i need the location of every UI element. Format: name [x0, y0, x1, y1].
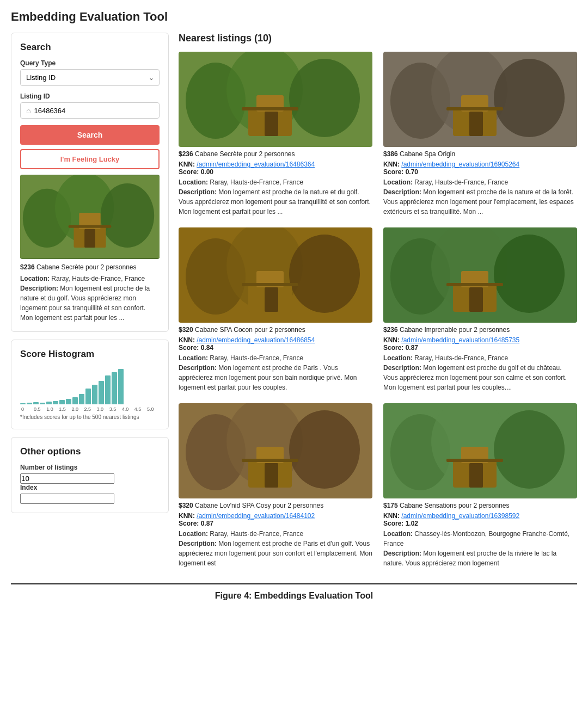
svg-point-11	[289, 59, 360, 137]
svg-point-35	[494, 235, 565, 313]
histogram-bar	[105, 375, 111, 404]
other-options-heading: Other options	[20, 446, 160, 457]
histogram-bar	[112, 372, 117, 404]
listing-card: $320 Cabane Lov'nid SPA Cosy pour 2 pers…	[179, 403, 372, 568]
query-type-label: Query Type	[20, 59, 160, 67]
listing-price: $386	[383, 150, 398, 158]
listing-id-label: Listing ID	[20, 93, 160, 100]
home-icon: ⌂	[26, 106, 30, 115]
score-line: Score: 0.87	[383, 344, 577, 352]
listing-title: Cabane Imprenable pour 2 personnes	[400, 326, 510, 334]
axis-label: 5.0	[147, 406, 160, 412]
listing-desc: Location: Raray, Hauts-de-France, France…	[179, 529, 372, 568]
svg-rect-14	[242, 107, 298, 110]
listing-price-title: $175 Cabane Sensations pour 2 personnes	[383, 502, 577, 509]
knn-link[interactable]: /admin/embedding_evaluation/16905264	[401, 161, 519, 168]
axis-label: 0	[21, 406, 34, 412]
lucky-button[interactable]: I'm Feeling Lucky	[20, 149, 160, 169]
histogram-bars	[20, 366, 160, 404]
axis-label: 4.0	[122, 406, 134, 412]
histogram-bar	[33, 402, 39, 404]
listing-price-title: $320 Cabane Lov'nid SPA Cosy pour 2 pers…	[179, 502, 372, 509]
svg-rect-38	[446, 283, 503, 286]
score-line: Score: 0.87	[179, 520, 372, 527]
index-label: Index	[20, 484, 160, 491]
listing-price: $320	[179, 326, 193, 334]
listing-id-input[interactable]	[34, 107, 154, 115]
svg-rect-55	[469, 463, 483, 488]
figure-caption: Figure 4: Embeddings Evaluation Tool	[11, 583, 577, 601]
svg-rect-30	[242, 283, 298, 286]
listing-card: $386 Cabane Spa Origin KNN: /admin/embed…	[383, 52, 577, 217]
preview-price-title: $236 Cabane Secrète pour 2 personnes	[20, 263, 160, 271]
svg-rect-31	[265, 287, 278, 312]
histogram-bar	[118, 369, 124, 404]
knn-link[interactable]: /admin/embedding_evaluation/16484102	[197, 512, 315, 520]
right-panel: Nearest listings (10) $236 Cabane Secrèt…	[179, 33, 577, 568]
other-options-panel: Other options Number of listings Index	[11, 437, 169, 513]
svg-rect-23	[469, 112, 483, 136]
axis-label: 2.0	[71, 406, 84, 412]
listing-title: Cabane Lov'nid SPA Cosy pour 2 personnes	[195, 502, 323, 509]
listing-desc: Location: Raray, Hauts-de-France, France…	[179, 353, 372, 392]
listing-price: $236	[383, 326, 398, 334]
knn-link[interactable]: /admin/embedding_evaluation/16486854	[197, 336, 315, 344]
svg-rect-6	[69, 225, 112, 228]
svg-rect-54	[446, 459, 503, 462]
knn-link[interactable]: /admin/embedding_evaluation/16398592	[401, 512, 519, 520]
listing-title: Cabane Spa Origin	[400, 150, 455, 158]
svg-point-19	[494, 59, 565, 137]
histogram-container: 00.51.01.52.02.53.03.54.04.55.0 *Include…	[20, 366, 160, 420]
listing-title: Cabane Sensations pour 2 personnes	[400, 502, 509, 509]
preview-image	[20, 175, 160, 259]
left-panel: Search Query Type Listing IDText Query ⌄…	[11, 33, 169, 513]
listing-image	[383, 403, 577, 498]
histogram-bar	[79, 394, 84, 404]
listing-image	[383, 52, 577, 147]
svg-rect-22	[446, 107, 503, 110]
query-type-wrapper[interactable]: Listing IDText Query ⌄	[20, 69, 160, 86]
knn-line: KNN: /admin/embedding_evaluation/1690526…	[383, 160, 577, 168]
axis-label: 0.5	[34, 406, 46, 412]
histogram-bar	[92, 385, 97, 404]
query-type-select[interactable]: Listing IDText Query	[20, 69, 160, 86]
knn-line: KNN: /admin/embedding_evaluation/1639859…	[383, 512, 577, 520]
score-line: Score: 0.00	[179, 168, 372, 176]
histogram-bar	[20, 403, 26, 404]
axis-label: 3.5	[109, 406, 122, 412]
knn-line: KNN: /admin/embedding_evaluation/1648573…	[383, 336, 577, 344]
preview-price: $236	[20, 263, 35, 271]
page-title: Embedding Evaluation Tool	[11, 10, 577, 24]
axis-label: 1.5	[59, 406, 71, 412]
histogram-axis: 00.51.01.52.02.53.03.54.04.55.0	[21, 406, 160, 412]
histogram-bar	[99, 381, 104, 404]
knn-link[interactable]: /admin/embedding_evaluation/16485735	[401, 336, 519, 344]
histogram-note: *Includes scores for up to the 500 neare…	[20, 414, 160, 420]
listing-card: $236 Cabane Imprenable pour 2 personnes …	[383, 227, 577, 392]
histogram-bar	[46, 402, 52, 404]
histogram-heading: Score Histogram	[20, 349, 160, 360]
listing-image	[383, 227, 577, 323]
svg-rect-7	[84, 229, 95, 248]
main-layout: Search Query Type Listing IDText Query ⌄…	[11, 33, 577, 568]
preview-desc-label: Description:	[20, 285, 58, 292]
listing-desc: Location: Raray, Hauts-de-France, France…	[383, 353, 577, 392]
axis-label: 2.5	[84, 406, 96, 412]
search-button[interactable]: Search	[20, 125, 160, 145]
histogram-bar	[66, 399, 71, 404]
svg-rect-39	[469, 287, 483, 312]
listing-card: $175 Cabane Sensations pour 2 personnes …	[383, 403, 577, 568]
index-input[interactable]	[20, 494, 114, 504]
histogram-panel: Score Histogram 00.51.01.52.02.53.03.54.…	[11, 340, 169, 429]
listing-title: Cabane SPA Cocon pour 2 personnes	[195, 326, 305, 334]
histogram-bar	[27, 403, 32, 404]
listing-id-wrapper[interactable]: ⌂	[20, 102, 160, 119]
listing-image	[179, 403, 372, 498]
listing-title: Cabane Secrète pour 2 personnes	[195, 150, 295, 158]
knn-link[interactable]: /admin/embedding_evaluation/16486364	[197, 161, 315, 168]
svg-point-43	[289, 410, 360, 489]
histogram-bar	[59, 400, 65, 404]
num-listings-input[interactable]	[20, 473, 114, 484]
knn-line: KNN: /admin/embedding_evaluation/1648685…	[179, 336, 372, 344]
preview-location: Raray, Hauts-de-France, France	[51, 275, 145, 282]
